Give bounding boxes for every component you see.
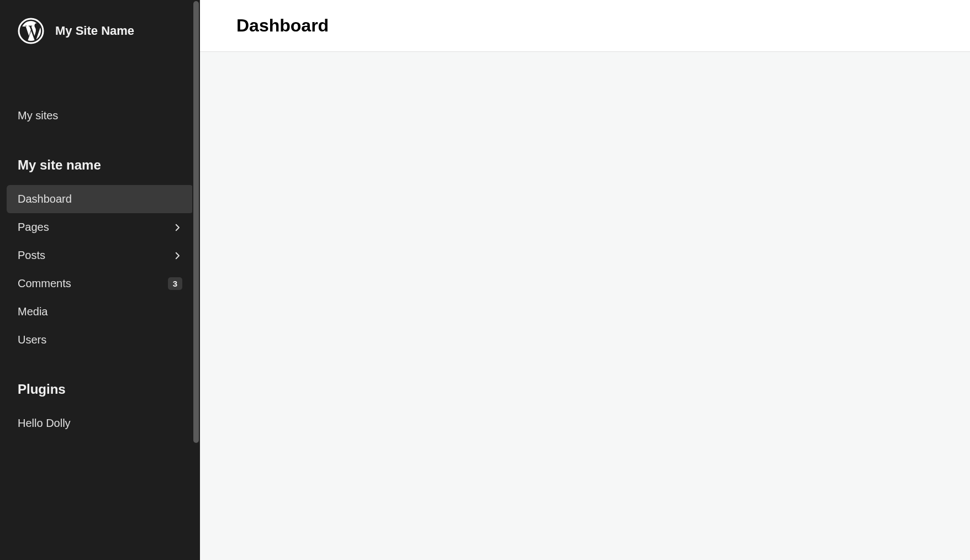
sidebar-heading-site-name: My site name	[7, 150, 193, 181]
sidebar-item-label: Comments	[18, 277, 71, 290]
sidebar-item-comments[interactable]: Comments 3	[7, 270, 193, 298]
sidebar-item-label: My sites	[18, 109, 58, 122]
sidebar-item-my-sites[interactable]: My sites	[7, 102, 193, 130]
comments-count-badge: 3	[168, 277, 182, 290]
sidebar-item-label: Users	[18, 334, 46, 346]
page-title: Dashboard	[236, 15, 934, 36]
sidebar-item-label: Pages	[18, 221, 49, 234]
sidebar: My Site Name My sites My site name Dashb…	[0, 0, 200, 560]
sidebar-item-label: Hello Dolly	[18, 417, 71, 430]
sidebar-item-label: Posts	[18, 249, 45, 262]
sidebar-item-label: Dashboard	[18, 193, 72, 205]
sidebar-item-media[interactable]: Media	[7, 298, 193, 326]
sidebar-item-dashboard[interactable]: Dashboard	[7, 185, 193, 213]
sidebar-item-pages[interactable]: Pages	[7, 213, 193, 241]
sidebar-scrollbar[interactable]	[192, 0, 200, 560]
sidebar-item-hello-dolly[interactable]: Hello Dolly	[7, 409, 193, 437]
wordpress-logo-icon	[18, 18, 44, 44]
main-content: Dashboard	[200, 0, 970, 560]
main-header: Dashboard	[200, 0, 970, 52]
site-title: My Site Name	[55, 24, 134, 38]
sidebar-item-label: Media	[18, 305, 48, 318]
sidebar-item-posts[interactable]: Posts	[7, 241, 193, 270]
sidebar-heading-plugins: Plugins	[7, 374, 193, 405]
sidebar-item-users[interactable]: Users	[7, 326, 193, 354]
chevron-right-icon	[172, 251, 182, 261]
sidebar-nav: My sites My site name Dashboard Pages Po…	[0, 102, 200, 437]
main-body	[200, 52, 970, 560]
sidebar-scrollbar-thumb[interactable]	[193, 1, 199, 443]
site-header[interactable]: My Site Name	[0, 18, 200, 44]
chevron-right-icon	[172, 223, 182, 233]
